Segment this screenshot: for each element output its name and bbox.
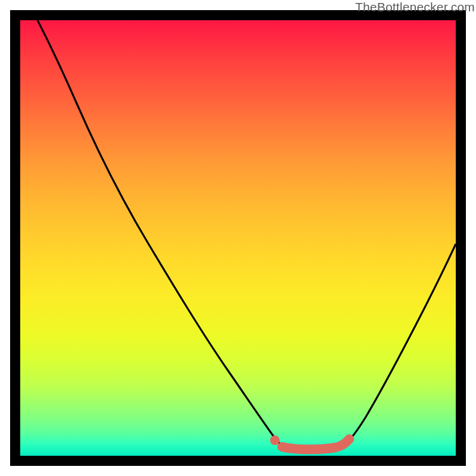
chart-svg [20, 20, 456, 456]
bottleneck-curve [37, 20, 456, 450]
chart-container: TheBottlenecker.com [0, 0, 476, 476]
region-start-dot [270, 436, 280, 445]
plot-area [10, 10, 466, 466]
region-pill [282, 439, 349, 449]
attribution-text: TheBottlenecker.com [355, 0, 475, 14]
